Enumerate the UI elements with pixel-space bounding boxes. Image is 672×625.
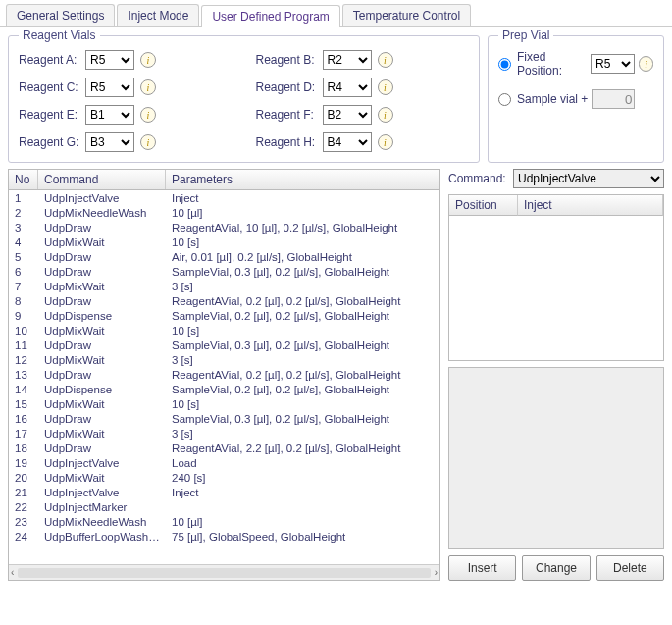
cell-command: UdpMixWait xyxy=(38,470,166,485)
table-row[interactable]: 22UdpInjectMarker xyxy=(9,499,439,514)
col-no[interactable]: No xyxy=(9,170,38,189)
table-row[interactable]: 19UdpInjectValveLoad xyxy=(9,455,439,470)
command-label: Command: xyxy=(448,172,507,185)
sample-vial-spinner[interactable] xyxy=(592,89,635,109)
cell-params: 3 [s] xyxy=(166,426,439,441)
info-icon[interactable]: i xyxy=(378,52,393,68)
cell-params: 10 [s] xyxy=(166,323,439,338)
table-row[interactable]: 21UdpInjectValveInject xyxy=(9,485,439,499)
reagent-label: Reagent F: xyxy=(256,108,317,122)
table-row[interactable]: 7UdpMixWait3 [s] xyxy=(9,279,439,293)
table-row[interactable]: 2UdpMixNeedleWash10 [µl] xyxy=(9,205,439,220)
tab-temperature-control[interactable]: Temperature Control xyxy=(342,4,471,26)
table-row[interactable]: 16UdpDrawSampleVial, 0.3 [µl], 0.2 [µl/s… xyxy=(9,411,439,426)
reagent-select[interactable]: R2 xyxy=(323,50,372,70)
param-col-value[interactable]: Inject xyxy=(518,195,663,216)
cell-no: 10 xyxy=(9,323,38,338)
reagent-select[interactable]: R5 xyxy=(85,78,134,97)
table-row[interactable]: 13UdpDrawReagentAVial, 0.2 [µl], 0.2 [µl… xyxy=(9,367,439,382)
info-icon[interactable]: i xyxy=(378,79,393,95)
table-row[interactable]: 24UdpBufferLoopWashAf...75 [µl], GlobalS… xyxy=(9,529,439,544)
reagent-select[interactable]: B3 xyxy=(85,132,134,152)
fixed-position-select[interactable]: R5 xyxy=(591,54,635,74)
cell-params: ReagentAVial, 0.2 [µl], 0.2 [µl/s], Glob… xyxy=(166,367,439,382)
reagent-row: Reagent G:B3i xyxy=(19,132,233,152)
table-row[interactable]: 10UdpMixWait10 [s] xyxy=(9,323,439,338)
info-icon[interactable]: i xyxy=(140,134,156,150)
cell-params xyxy=(166,499,439,514)
cell-no: 19 xyxy=(9,455,38,470)
cell-no: 7 xyxy=(9,279,38,293)
reagent-select[interactable]: B2 xyxy=(323,105,372,125)
table-row[interactable]: 8UdpDrawReagentAVial, 0.2 [µl], 0.2 [µl/… xyxy=(9,293,439,308)
tab-user-defined-program[interactable]: User Defined Program xyxy=(201,5,339,27)
cell-command: UdpDraw xyxy=(38,338,166,352)
table-row[interactable]: 6UdpDrawSampleVial, 0.3 [µl], 0.2 [µl/s]… xyxy=(9,264,439,279)
reagent-row: Reagent H:B4i xyxy=(256,132,470,152)
table-row[interactable]: 1UdpInjectValveInject xyxy=(9,190,439,205)
info-icon[interactable]: i xyxy=(378,134,393,150)
col-parameters[interactable]: Parameters xyxy=(166,170,439,189)
table-row[interactable]: 14UdpDispenseSampleVial, 0.2 [µl], 0.2 [… xyxy=(9,382,439,396)
sample-vial-label: Sample vial + xyxy=(517,92,588,106)
cell-command: UdpMixWait xyxy=(38,234,166,249)
table-row[interactable]: 20UdpMixWait240 [s] xyxy=(9,470,439,485)
cell-command: UdpInjectValve xyxy=(38,485,166,499)
table-row[interactable]: 5UdpDrawAir, 0.01 [µl], 0.2 [µl/s], Glob… xyxy=(9,249,439,264)
insert-button[interactable]: Insert xyxy=(448,555,516,581)
info-icon[interactable]: i xyxy=(140,107,156,123)
reagent-label: Reagent C: xyxy=(19,80,79,94)
table-row[interactable]: 12UdpMixWait3 [s] xyxy=(9,352,439,367)
cell-no: 12 xyxy=(9,352,38,367)
reagent-select[interactable]: R5 xyxy=(85,50,134,70)
param-col-position[interactable]: Position xyxy=(449,195,518,216)
scroll-left-icon[interactable]: ‹ xyxy=(11,567,14,578)
info-icon[interactable]: i xyxy=(140,79,156,95)
scroll-track[interactable] xyxy=(18,568,430,578)
table-row[interactable]: 3UdpDrawReagentAVial, 10 [µl], 0.2 [µl/s… xyxy=(9,220,439,234)
reagent-label: Reagent H: xyxy=(256,135,317,149)
cell-command: UdpDraw xyxy=(38,293,166,308)
info-icon[interactable]: i xyxy=(140,52,156,68)
reagent-label: Reagent D: xyxy=(256,80,317,94)
cell-command: UdpDraw xyxy=(38,220,166,234)
cell-params: SampleVial, 0.3 [µl], 0.2 [µl/s], Global… xyxy=(166,411,439,426)
info-icon[interactable]: i xyxy=(639,56,653,72)
cell-command: UdpInjectMarker xyxy=(38,499,166,514)
reagent-label: Reagent B: xyxy=(256,53,317,67)
cell-params: 3 [s] xyxy=(166,279,439,293)
cell-command: UdpInjectValve xyxy=(38,455,166,470)
cell-command: UdpBufferLoopWashAf... xyxy=(38,529,166,544)
change-button[interactable]: Change xyxy=(522,555,590,581)
sample-vial-radio[interactable] xyxy=(498,93,511,106)
table-row[interactable]: 15UdpMixWait10 [s] xyxy=(9,396,439,411)
tab-general-settings[interactable]: General Settings xyxy=(6,4,115,26)
cell-no: 14 xyxy=(9,382,38,396)
table-row[interactable]: 9UdpDispenseSampleVial, 0.2 [µl], 0.2 [µ… xyxy=(9,308,439,323)
scroll-right-icon[interactable]: › xyxy=(435,567,438,578)
cell-no: 22 xyxy=(9,499,38,514)
table-row[interactable]: 23UdpMixNeedleWash10 [µl] xyxy=(9,514,439,529)
table-row[interactable]: 11UdpDrawSampleVial, 0.3 [µl], 0.2 [µl/s… xyxy=(9,338,439,352)
info-icon[interactable]: i xyxy=(378,107,393,123)
parameter-table: Position Inject xyxy=(448,194,664,361)
delete-button[interactable]: Delete xyxy=(596,555,664,581)
reagent-select[interactable]: B4 xyxy=(323,132,372,152)
cell-params: SampleVial, 0.3 [µl], 0.2 [µl/s], Global… xyxy=(166,338,439,352)
reagent-select[interactable]: R4 xyxy=(323,78,372,97)
cell-params: 10 [µl] xyxy=(166,205,439,220)
cell-params: SampleVial, 0.3 [µl], 0.2 [µl/s], Global… xyxy=(166,264,439,279)
table-row[interactable]: 18UdpDrawReagentAVial, 2.2 [µl], 0.2 [µl… xyxy=(9,441,439,455)
fixed-position-radio[interactable] xyxy=(498,58,511,71)
table-row[interactable]: 4UdpMixWait10 [s] xyxy=(9,234,439,249)
cell-command: UdpDispense xyxy=(38,382,166,396)
reagent-select[interactable]: B1 xyxy=(85,105,134,125)
command-select[interactable]: UdpInjectValve xyxy=(513,169,664,188)
cell-command: UdpMixWait xyxy=(38,352,166,367)
col-command[interactable]: Command xyxy=(38,170,166,189)
horizontal-scrollbar[interactable]: ‹ › xyxy=(9,564,439,580)
table-row[interactable]: 17UdpMixWait3 [s] xyxy=(9,426,439,441)
cell-params: SampleVial, 0.2 [µl], 0.2 [µl/s], Global… xyxy=(166,308,439,323)
tab-inject-mode[interactable]: Inject Mode xyxy=(117,4,199,26)
cell-params: 10 [s] xyxy=(166,396,439,411)
